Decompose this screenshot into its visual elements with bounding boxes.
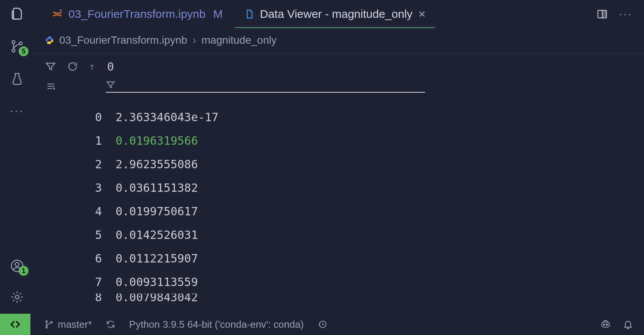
svg-point-14 (604, 324, 605, 326)
tab-close-icon[interactable] (418, 10, 426, 18)
refresh-icon[interactable] (67, 61, 78, 72)
row-value: 0.0196319566 (116, 134, 198, 147)
sync-status[interactable] (99, 319, 122, 329)
breadcrumb-separator: › (193, 34, 196, 46)
python-icon (45, 36, 54, 45)
row-value: 0.0199750617 (116, 205, 198, 218)
jupyter-icon (52, 8, 63, 20)
svg-point-15 (606, 324, 608, 326)
sort-up-icon[interactable]: ↑ (89, 61, 95, 72)
data-row[interactable]: 02.363346043e-17 (90, 105, 633, 129)
copilot-icon[interactable] (600, 319, 611, 330)
svg-rect-13 (602, 322, 609, 327)
list-filter-icon[interactable] (45, 82, 57, 91)
tab-data-viewer[interactable]: Data Viewer - magnitude_only (233, 0, 437, 28)
svg-point-6 (60, 9, 62, 11)
split-editor-icon[interactable] (596, 8, 608, 20)
row-index: 8 (90, 294, 102, 304)
scm-badge: 5 (19, 46, 29, 56)
history-status[interactable] (311, 319, 334, 329)
row-index: 5 (90, 228, 102, 242)
svg-point-2 (19, 42, 22, 45)
row-value: 2.9623555086 (116, 158, 198, 171)
svg-point-5 (15, 295, 19, 299)
row-value: 0.0093113559 (116, 275, 198, 289)
row-index: 1 (90, 134, 102, 147)
tab-data-viewer-title: Data Viewer - magnitude_only (260, 8, 412, 21)
activity-bar: 5 ··· 1 (0, 0, 34, 314)
source-control-icon[interactable]: 5 (10, 39, 25, 54)
tab-notebook-modified: M (213, 8, 223, 21)
tab-notebook-title: 03_FourierTransform.ipynb (68, 8, 206, 21)
svg-point-1 (12, 49, 15, 52)
git-branch-label: master* (58, 319, 92, 330)
data-row[interactable]: 22.9623555086 (90, 152, 633, 176)
svg-point-11 (51, 321, 52, 323)
svg-rect-8 (603, 11, 606, 17)
breadcrumb-symbol: magnitude_only (201, 34, 277, 46)
data-rows: 02.363346043e-1710.019631956622.96235550… (45, 99, 633, 314)
row-index: 0 (90, 111, 102, 124)
svg-point-9 (46, 321, 47, 322)
tab-notebook[interactable]: 03_FourierTransform.ipynb M (41, 0, 233, 28)
accounts-icon[interactable]: 1 (10, 258, 25, 273)
editor-group: 03_FourierTransform.ipynb M Data Viewer … (34, 0, 644, 314)
row-index: 3 (90, 181, 102, 194)
tab-more-icon[interactable]: ··· (619, 8, 633, 20)
notifications-icon[interactable] (623, 319, 633, 330)
row-index: 4 (90, 205, 102, 218)
funnel-icon (106, 80, 116, 90)
data-row[interactable]: 30.0361151382 (90, 176, 633, 199)
breadcrumb[interactable]: 03_FourierTransform.ipynb › magnitude_on… (34, 28, 644, 54)
testing-icon[interactable] (10, 71, 25, 87)
row-value: 0.0361151382 (116, 181, 198, 194)
python-interpreter-status[interactable]: Python 3.9.5 64-bit ('conda-env': conda) (122, 319, 311, 330)
svg-point-4 (15, 262, 19, 266)
data-viewer: ↑ 0 02.363346043e-1710.019631956622.9623… (34, 54, 644, 314)
row-value: 2.363346043e-17 (116, 111, 219, 124)
filter-icon[interactable] (45, 61, 56, 72)
svg-point-0 (12, 41, 15, 44)
data-row[interactable]: 80.0079843042 (90, 294, 633, 310)
row-index: 7 (90, 275, 102, 289)
data-row[interactable]: 70.0093113559 (90, 270, 633, 294)
git-branch-status[interactable]: master* (37, 319, 99, 330)
remote-indicator[interactable] (0, 314, 30, 335)
settings-gear-icon[interactable] (10, 289, 25, 305)
row-value: 0.0079843042 (116, 294, 198, 304)
column-filter-input[interactable] (106, 80, 425, 93)
explorer-icon[interactable] (10, 6, 25, 21)
svg-point-10 (46, 326, 47, 328)
row-value: 0.0112215907 (116, 252, 198, 265)
row-value: 0.0142526031 (116, 228, 198, 242)
column-header[interactable]: 0 (107, 60, 114, 73)
data-row[interactable]: 60.0112215907 (90, 247, 633, 270)
file-icon (244, 8, 255, 20)
accounts-badge: 1 (19, 266, 29, 276)
tab-bar: 03_FourierTransform.ipynb M Data Viewer … (34, 0, 644, 28)
breadcrumb-file: 03_FourierTransform.ipynb (59, 34, 187, 46)
data-row[interactable]: 10.0196319566 (90, 129, 633, 152)
row-index: 2 (90, 158, 102, 171)
row-index: 6 (90, 252, 102, 265)
status-bar: master* Python 3.9.5 64-bit ('conda-env'… (0, 314, 644, 335)
more-views-icon[interactable]: ··· (10, 104, 24, 117)
data-row[interactable]: 50.0142526031 (90, 223, 633, 247)
data-row[interactable]: 40.0199750617 (90, 199, 633, 223)
